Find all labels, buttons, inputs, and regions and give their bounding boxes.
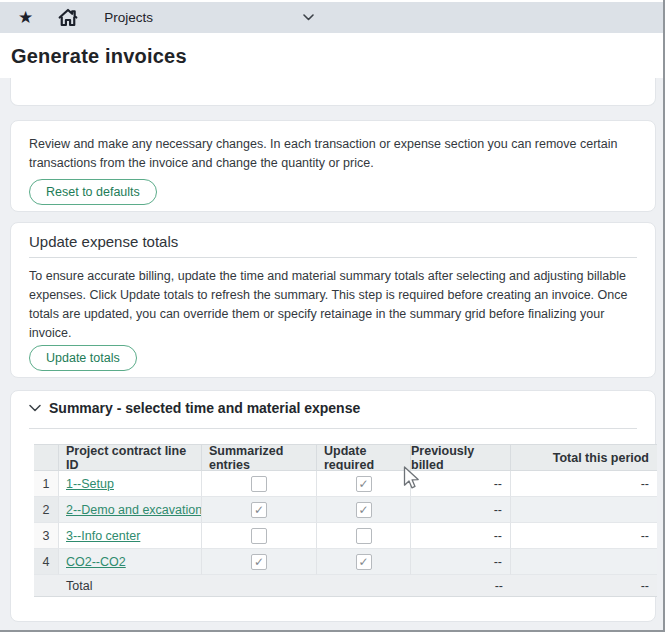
update-required-checkbox[interactable] [356,528,372,544]
projects-menu[interactable]: Projects [104,10,153,25]
summarized-entries-checkbox[interactable]: ✓ [251,502,267,518]
page-title: Generate invoices [11,45,187,68]
chevron-down-icon [29,404,41,412]
previously-billed-value: -- [411,497,511,523]
summarized-entries-checkbox[interactable]: ✓ [251,554,267,570]
previously-billed-value: -- [411,549,511,575]
row-number: 1 [34,471,59,497]
home-icon[interactable] [58,8,78,27]
update-required-checkbox[interactable]: ✓ [356,476,372,492]
contract-line-link[interactable]: 1--Setup [66,477,114,491]
previously-billed-value: -- [411,471,511,497]
total-label: Total [34,579,411,593]
table-header-row: Project contract line ID Summarized entr… [34,444,657,471]
total-this-period-value [511,549,657,575]
update-totals-instructions-text: To ensure accurate billing, update the t… [29,267,631,343]
top-navigation-bar: ★ Projects [0,2,663,33]
total-previously-billed: -- [411,579,511,593]
chevron-down-icon[interactable] [303,14,314,21]
reset-to-defaults-button[interactable]: Reset to defaults [29,179,157,205]
row-number: 3 [34,523,59,549]
heading-divider [29,428,637,429]
update-required-checkbox[interactable]: ✓ [356,554,372,570]
total-this-period-value: -- [511,471,657,497]
table-row: 3 3--Info center -- -- [34,523,657,549]
summary-section-toggle[interactable]: Summary - selected time and material exp… [29,400,360,416]
table-total-row: Total -- -- [34,575,657,597]
scrolled-card-bottom [10,78,656,106]
page-content: Review and make any necessary changes. I… [0,78,663,630]
row-number: 2 [34,497,59,523]
summary-section-heading: Summary - selected time and material exp… [49,400,360,416]
table-row: 2 2--Demo and excavation ✓ ✓ -- [34,497,657,523]
column-header-previously-billed: Previously billed [411,444,511,471]
update-required-checkbox[interactable]: ✓ [356,502,372,518]
update-expense-totals-heading: Update expense totals [29,233,178,250]
summary-table: Project contract line ID Summarized entr… [34,444,657,597]
contract-line-link[interactable]: 2--Demo and excavation [66,503,202,517]
column-header-rownum [34,444,59,471]
column-header-total-this-period: Total this period [511,444,657,471]
favorite-star-icon[interactable]: ★ [18,9,33,26]
update-totals-button[interactable]: Update totals [29,345,137,371]
column-header-line-id: Project contract line ID [59,444,202,471]
heading-divider [29,257,637,258]
column-header-update-required: Update required [317,444,411,471]
row-number: 4 [34,549,59,575]
review-changes-card: Review and make any necessary changes. I… [10,120,656,212]
review-instructions-text: Review and make any necessary changes. I… [29,135,631,173]
total-this-period-value: -- [511,523,657,549]
previously-billed-value: -- [411,523,511,549]
summarized-entries-checkbox[interactable] [251,528,267,544]
table-row: 1 1--Setup ✓ -- -- [34,471,657,497]
summary-section-card: Summary - selected time and material exp… [10,390,656,622]
table-row: 4 CO2--CO2 ✓ ✓ -- [34,549,657,575]
column-header-summarized: Summarized entries [202,444,317,471]
update-expense-totals-card: Update expense totals To ensure accurate… [10,222,656,378]
summarized-entries-checkbox[interactable] [251,476,267,492]
total-this-period-value [511,497,657,523]
contract-line-link[interactable]: CO2--CO2 [66,555,126,569]
title-bar: Generate invoices [0,33,663,78]
contract-line-link[interactable]: 3--Info center [66,529,140,543]
total-this-period: -- [511,579,657,593]
